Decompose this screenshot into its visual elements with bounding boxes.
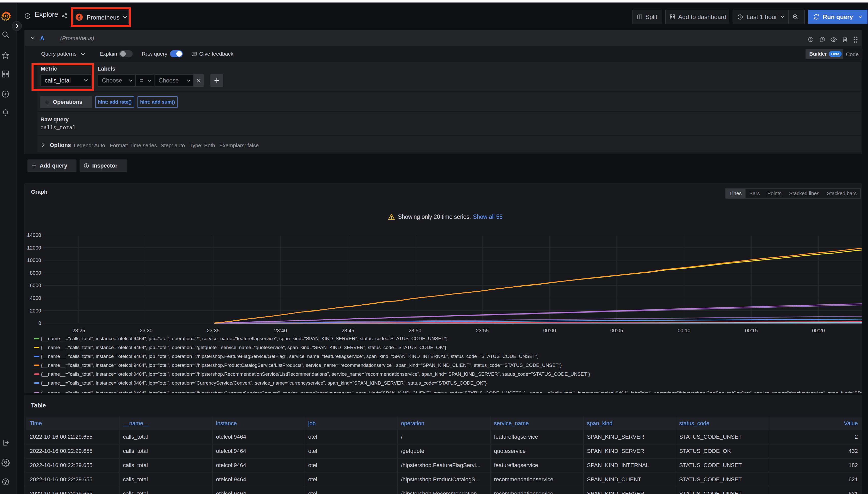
svg-text:12000: 12000 (27, 245, 41, 250)
svg-text:23:30: 23:30 (140, 328, 152, 333)
svg-text:00:05: 00:05 (610, 328, 623, 333)
svg-text:00:20: 00:20 (812, 328, 825, 333)
svg-text:23:45: 23:45 (342, 328, 354, 333)
svg-text:4000: 4000 (30, 295, 41, 301)
svg-text:0: 0 (38, 320, 41, 326)
svg-text:00:00: 00:00 (543, 328, 556, 333)
svg-text:00:10: 00:10 (678, 328, 690, 333)
svg-text:23:40: 23:40 (274, 328, 287, 333)
svg-text:23:35: 23:35 (207, 328, 219, 333)
svg-text:23:25: 23:25 (72, 328, 85, 333)
svg-text:00:15: 00:15 (745, 328, 758, 333)
svg-text:23:50: 23:50 (409, 328, 421, 333)
svg-text:10000: 10000 (27, 258, 41, 263)
svg-text:6000: 6000 (30, 283, 41, 288)
svg-text:8000: 8000 (30, 270, 41, 276)
svg-text:14000: 14000 (27, 232, 41, 238)
svg-text:23:55: 23:55 (476, 328, 489, 333)
svg-text:2000: 2000 (30, 308, 41, 314)
